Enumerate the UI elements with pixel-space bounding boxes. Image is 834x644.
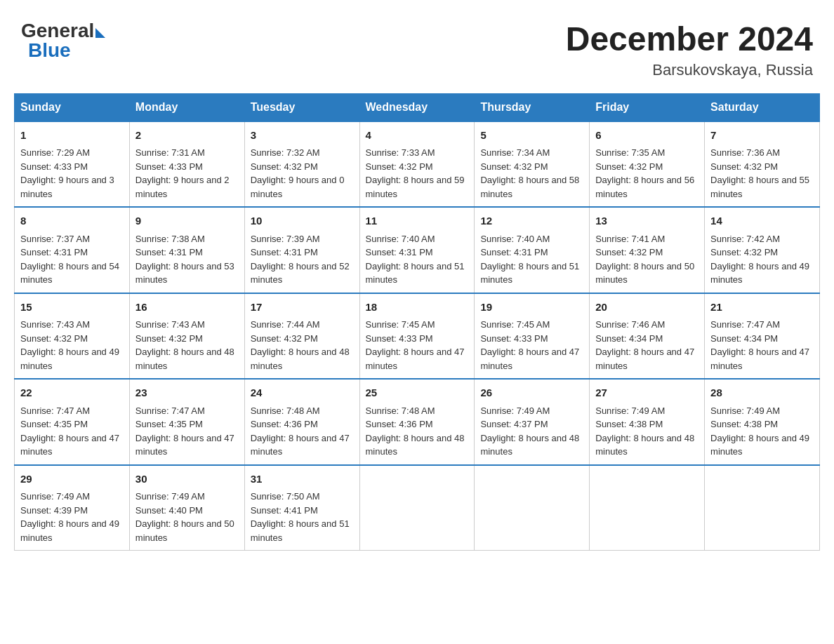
sunrise-text: Sunrise: 7:41 AM xyxy=(595,234,665,244)
daylight-text: Daylight: 8 hours and 51 minutes xyxy=(480,261,579,286)
calendar-cell: 17 Sunrise: 7:44 AM Sunset: 4:32 PM Dayl… xyxy=(244,293,359,380)
sunrise-text: Sunrise: 7:43 AM xyxy=(135,319,205,330)
sunrise-text: Sunrise: 7:40 AM xyxy=(480,234,550,244)
daylight-text: Daylight: 8 hours and 51 minutes xyxy=(366,261,465,286)
daylight-text: Daylight: 8 hours and 49 minutes xyxy=(710,261,809,286)
page-header: General Blue December 2024 Barsukovskaya… xyxy=(14,14,820,79)
calendar-cell: 31 Sunrise: 7:50 AM Sunset: 4:41 PM Dayl… xyxy=(244,465,359,551)
day-number: 13 xyxy=(595,213,699,229)
daylight-text: Daylight: 8 hours and 47 minutes xyxy=(595,347,694,371)
sunrise-text: Sunrise: 7:47 AM xyxy=(20,405,90,416)
day-number: 19 xyxy=(480,300,583,316)
sunset-text: Sunset: 4:34 PM xyxy=(595,333,663,344)
calendar-cell: 15 Sunrise: 7:43 AM Sunset: 4:32 PM Dayl… xyxy=(15,293,130,380)
calendar-header-row: Sunday Monday Tuesday Wednesday Thursday… xyxy=(15,93,820,121)
daylight-text: Daylight: 8 hours and 48 minutes xyxy=(251,347,350,371)
calendar-cell: 19 Sunrise: 7:45 AM Sunset: 4:33 PM Dayl… xyxy=(475,293,590,380)
sunset-text: Sunset: 4:33 PM xyxy=(480,333,548,344)
sunset-text: Sunset: 4:36 PM xyxy=(251,419,318,429)
daylight-text: Daylight: 8 hours and 47 minutes xyxy=(480,347,579,371)
daylight-text: Daylight: 8 hours and 48 minutes xyxy=(135,347,234,371)
calendar-cell: 18 Sunrise: 7:45 AM Sunset: 4:33 PM Dayl… xyxy=(359,293,475,380)
day-number: 8 xyxy=(20,213,124,229)
sunrise-text: Sunrise: 7:45 AM xyxy=(480,319,550,330)
calendar-cell: 2 Sunrise: 7:31 AM Sunset: 4:33 PM Dayli… xyxy=(129,121,244,208)
calendar-cell: 12 Sunrise: 7:40 AM Sunset: 4:31 PM Dayl… xyxy=(475,207,590,293)
daylight-text: Daylight: 8 hours and 56 minutes xyxy=(595,175,694,199)
calendar-cell xyxy=(475,465,590,551)
sunset-text: Sunset: 4:32 PM xyxy=(595,161,663,172)
daylight-text: Daylight: 8 hours and 49 minutes xyxy=(710,433,809,457)
calendar-week-row: 15 Sunrise: 7:43 AM Sunset: 4:32 PM Dayl… xyxy=(15,293,820,380)
calendar-week-row: 29 Sunrise: 7:49 AM Sunset: 4:39 PM Dayl… xyxy=(15,465,820,551)
sunrise-text: Sunrise: 7:49 AM xyxy=(135,491,205,502)
day-number: 2 xyxy=(135,128,239,144)
calendar-cell: 21 Sunrise: 7:47 AM Sunset: 4:34 PM Dayl… xyxy=(705,293,820,380)
day-number: 20 xyxy=(595,300,699,316)
sunrise-text: Sunrise: 7:31 AM xyxy=(135,147,205,158)
daylight-text: Daylight: 8 hours and 47 minutes xyxy=(135,433,234,457)
sunrise-text: Sunrise: 7:42 AM xyxy=(710,234,780,244)
calendar-cell: 27 Sunrise: 7:49 AM Sunset: 4:38 PM Dayl… xyxy=(590,379,705,465)
sunrise-text: Sunrise: 7:48 AM xyxy=(251,405,320,416)
sunrise-text: Sunrise: 7:50 AM xyxy=(251,491,320,502)
sunset-text: Sunset: 4:31 PM xyxy=(20,247,88,257)
sunrise-text: Sunrise: 7:38 AM xyxy=(135,234,205,244)
calendar-cell: 7 Sunrise: 7:36 AM Sunset: 4:32 PM Dayli… xyxy=(705,121,820,208)
day-number: 22 xyxy=(20,385,124,401)
daylight-text: Daylight: 8 hours and 54 minutes xyxy=(20,261,119,286)
sunset-text: Sunset: 4:36 PM xyxy=(366,419,433,429)
sunset-text: Sunset: 4:35 PM xyxy=(20,419,88,429)
sunrise-text: Sunrise: 7:34 AM xyxy=(480,147,550,158)
col-wednesday: Wednesday xyxy=(359,93,475,121)
calendar-cell xyxy=(359,465,475,551)
daylight-text: Daylight: 8 hours and 47 minutes xyxy=(20,433,119,457)
sunrise-text: Sunrise: 7:43 AM xyxy=(20,319,90,330)
calendar-cell: 25 Sunrise: 7:48 AM Sunset: 4:36 PM Dayl… xyxy=(359,379,475,465)
sunrise-text: Sunrise: 7:36 AM xyxy=(710,147,780,158)
day-number: 15 xyxy=(20,300,124,316)
sunset-text: Sunset: 4:32 PM xyxy=(480,161,548,172)
day-number: 30 xyxy=(135,471,239,488)
sunrise-text: Sunrise: 7:47 AM xyxy=(135,405,205,416)
sunset-text: Sunset: 4:38 PM xyxy=(710,419,778,429)
calendar-cell: 23 Sunrise: 7:47 AM Sunset: 4:35 PM Dayl… xyxy=(129,379,244,465)
sunrise-text: Sunrise: 7:45 AM xyxy=(366,319,435,330)
calendar-cell: 13 Sunrise: 7:41 AM Sunset: 4:32 PM Dayl… xyxy=(590,207,705,293)
daylight-text: Daylight: 8 hours and 49 minutes xyxy=(20,347,119,371)
daylight-text: Daylight: 8 hours and 48 minutes xyxy=(366,433,465,457)
sunset-text: Sunset: 4:38 PM xyxy=(595,419,663,429)
daylight-text: Daylight: 8 hours and 52 minutes xyxy=(251,261,350,286)
sunset-text: Sunset: 4:41 PM xyxy=(251,505,318,516)
day-number: 17 xyxy=(251,300,354,316)
calendar-cell: 16 Sunrise: 7:43 AM Sunset: 4:32 PM Dayl… xyxy=(129,293,244,380)
sunset-text: Sunset: 4:32 PM xyxy=(710,161,778,172)
sunset-text: Sunset: 4:31 PM xyxy=(480,247,548,257)
day-number: 6 xyxy=(595,128,699,144)
title-block: December 2024 Barsukovskaya, Russia xyxy=(566,21,813,79)
sunrise-text: Sunrise: 7:49 AM xyxy=(710,405,780,416)
day-number: 1 xyxy=(20,128,124,144)
day-number: 11 xyxy=(366,213,469,229)
sunset-text: Sunset: 4:40 PM xyxy=(135,505,203,516)
day-number: 16 xyxy=(135,300,239,316)
daylight-text: Daylight: 8 hours and 48 minutes xyxy=(595,433,694,457)
daylight-text: Daylight: 8 hours and 59 minutes xyxy=(366,175,465,199)
col-thursday: Thursday xyxy=(475,93,590,121)
calendar-cell: 28 Sunrise: 7:49 AM Sunset: 4:38 PM Dayl… xyxy=(705,379,820,465)
logo-text-blue: Blue xyxy=(28,41,71,60)
daylight-text: Daylight: 8 hours and 53 minutes xyxy=(135,261,234,286)
col-sunday: Sunday xyxy=(15,93,130,121)
sunset-text: Sunset: 4:32 PM xyxy=(710,247,778,257)
sunset-text: Sunset: 4:37 PM xyxy=(480,419,548,429)
day-number: 18 xyxy=(366,300,469,316)
sunset-text: Sunset: 4:31 PM xyxy=(251,247,318,257)
calendar-cell: 8 Sunrise: 7:37 AM Sunset: 4:31 PM Dayli… xyxy=(15,207,130,293)
sunrise-text: Sunrise: 7:49 AM xyxy=(595,405,665,416)
sunrise-text: Sunrise: 7:49 AM xyxy=(20,491,90,502)
sunset-text: Sunset: 4:32 PM xyxy=(135,333,203,344)
col-saturday: Saturday xyxy=(705,93,820,121)
calendar-week-row: 22 Sunrise: 7:47 AM Sunset: 4:35 PM Dayl… xyxy=(15,379,820,465)
sunset-text: Sunset: 4:33 PM xyxy=(366,333,433,344)
daylight-text: Daylight: 8 hours and 47 minutes xyxy=(710,347,809,371)
